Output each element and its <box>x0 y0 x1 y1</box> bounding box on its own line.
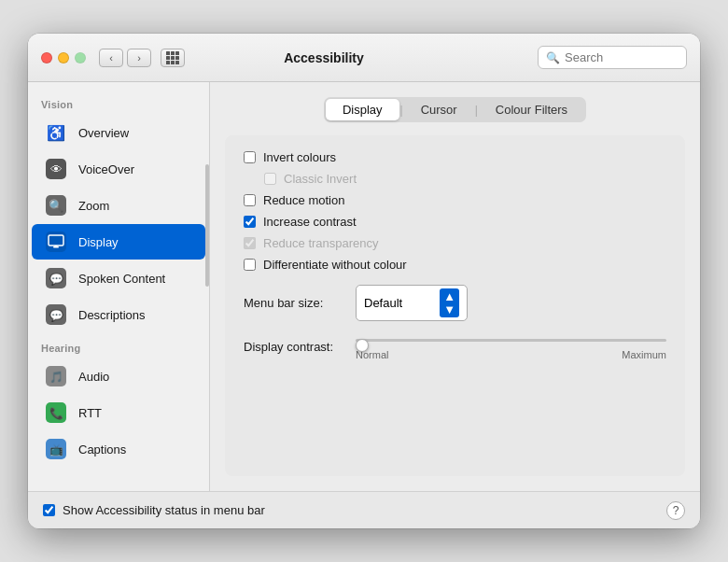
sidebar-item-label-spoken-content: Spoken Content <box>78 272 165 286</box>
display-contrast-slider-container: Normal Maximum <box>356 332 666 360</box>
maximize-button[interactable] <box>75 52 86 63</box>
svg-text:📞: 📞 <box>49 406 63 420</box>
menu-bar-size-value: Default <box>364 296 434 310</box>
sidebar-item-label-zoom: Zoom <box>78 199 109 213</box>
classic-invert-row: Classic Invert <box>264 172 666 186</box>
sidebar-item-spoken-content[interactable]: 💬 Spoken Content <box>32 260 205 296</box>
sidebar-item-captions[interactable]: 📺 Captions <box>32 431 205 467</box>
spoken-content-icon: 💬 <box>43 265 69 291</box>
tabs-container: Display | Cursor | Colour Filters <box>324 97 586 122</box>
select-arrows-icon: ▲ ▼ <box>440 288 459 317</box>
svg-text:🔍: 🔍 <box>49 198 64 214</box>
search-box[interactable]: 🔍 <box>538 46 687 69</box>
slider-line <box>356 339 666 342</box>
display-icon <box>43 229 69 255</box>
audio-icon: 🎵 <box>43 363 69 389</box>
help-button[interactable]: ? <box>666 501 685 520</box>
increase-contrast-label[interactable]: Increase contrast <box>263 215 357 229</box>
display-contrast-label: Display contrast: <box>244 340 346 354</box>
differentiate-without-colour-label[interactable]: Differentiate without colour <box>263 258 407 272</box>
svg-text:💬: 💬 <box>49 272 63 286</box>
svg-rect-7 <box>55 246 58 247</box>
select-down-arrow: ▼ <box>443 303 455 316</box>
search-icon: 🔍 <box>546 51 560 64</box>
tab-cursor[interactable]: Cursor <box>404 99 474 120</box>
rtt-icon: 📞 <box>43 400 69 426</box>
reduce-motion-label[interactable]: Reduce motion <box>263 193 344 207</box>
sidebar-item-overview[interactable]: ♿ Overview <box>32 115 205 150</box>
sidebar-item-display[interactable]: Display <box>32 224 205 260</box>
main-window: ‹ › Accessibility 🔍 Vision ♿ Overvie <box>28 34 700 528</box>
sidebar-item-zoom[interactable]: 🔍 Zoom <box>32 188 205 223</box>
sidebar-item-label-overview: Overview <box>78 126 129 140</box>
menu-bar-size-select[interactable]: Default ▲ ▼ <box>356 285 468 321</box>
content-panel: Display | Cursor | Colour Filters Invert… <box>210 82 700 491</box>
differentiate-without-colour-checkbox[interactable] <box>244 259 256 271</box>
sidebar-item-label-display: Display <box>78 235 119 249</box>
differentiate-without-colour-row: Differentiate without colour <box>244 258 666 272</box>
tab-separator-2: | <box>475 99 478 120</box>
hearing-section-label: Hearing <box>28 333 209 358</box>
svg-text:🎵: 🎵 <box>49 370 63 384</box>
increase-contrast-checkbox[interactable] <box>244 216 256 228</box>
select-up-arrow: ▲ <box>443 290 455 302</box>
traffic-lights <box>41 52 86 63</box>
window-title: Accessibility <box>119 50 528 65</box>
sidebar-scroll[interactable]: Vision ♿ Overview 👁 VoiceOver 🔍 Zoom <box>28 82 209 475</box>
tab-colour-filters[interactable]: Colour Filters <box>479 99 584 120</box>
slider-thumb[interactable] <box>356 339 369 352</box>
reduce-motion-checkbox[interactable] <box>244 194 256 206</box>
reduce-transparency-checkbox <box>244 237 256 249</box>
overview-icon: ♿ <box>43 119 69 146</box>
sidebar-item-label-descriptions: Descriptions <box>78 308 146 322</box>
tab-separator-1: | <box>400 99 403 120</box>
classic-invert-checkbox <box>264 173 276 185</box>
increase-contrast-row: Increase contrast <box>244 215 666 229</box>
descriptions-icon: 💬 <box>43 302 69 328</box>
slider-labels: Normal Maximum <box>356 349 666 360</box>
sidebar-item-label-rtt: RTT <box>78 406 102 420</box>
sidebar: Vision ♿ Overview 👁 VoiceOver 🔍 Zoom <box>28 82 210 491</box>
tabs-row: Display | Cursor | Colour Filters <box>225 97 685 122</box>
svg-text:📺: 📺 <box>49 443 63 457</box>
main-content: Vision ♿ Overview 👁 VoiceOver 🔍 Zoom <box>28 82 700 491</box>
sidebar-item-audio[interactable]: 🎵 Audio <box>32 358 205 394</box>
invert-colours-row: Invert colours <box>244 150 666 164</box>
slider-max-label: Maximum <box>622 349 666 360</box>
sidebar-item-descriptions[interactable]: 💬 Descriptions <box>32 297 205 332</box>
menu-bar-size-row: Menu bar size: Default ▲ ▼ <box>244 285 666 321</box>
sidebar-item-voiceover[interactable]: 👁 VoiceOver <box>32 151 205 187</box>
sidebar-scrollbar-thumb[interactable] <box>205 164 209 287</box>
search-input[interactable] <box>565 50 679 64</box>
invert-colours-checkbox[interactable] <box>244 151 256 163</box>
vision-section-label: Vision <box>28 90 209 114</box>
minimize-button[interactable] <box>58 52 69 63</box>
invert-colours-label[interactable]: Invert colours <box>263 150 336 164</box>
reduce-motion-row: Reduce motion <box>244 193 666 207</box>
voiceover-icon: 👁 <box>43 156 69 182</box>
bottom-bar: Show Accessibility status in menu bar ? <box>28 491 700 528</box>
captions-icon: 📺 <box>43 436 69 462</box>
reduce-transparency-row: Reduce transparency <box>244 236 666 250</box>
menu-bar-size-label: Menu bar size: <box>244 296 346 310</box>
sidebar-item-label-voiceover: VoiceOver <box>78 162 134 176</box>
slider-track[interactable] <box>356 332 666 347</box>
sidebar-item-rtt[interactable]: 📞 RTT <box>32 395 205 430</box>
classic-invert-label: Classic Invert <box>284 172 357 186</box>
accessibility-status-checkbox[interactable] <box>43 504 55 516</box>
sidebar-item-label-captions: Captions <box>78 443 126 457</box>
sidebar-item-label-audio: Audio <box>78 370 109 384</box>
display-contrast-row: Display contrast: Normal Maximum <box>244 332 666 360</box>
svg-text:💬: 💬 <box>49 308 63 322</box>
svg-text:👁: 👁 <box>50 162 63 176</box>
titlebar: ‹ › Accessibility 🔍 <box>28 34 700 82</box>
accessibility-status-label[interactable]: Show Accessibility status in menu bar <box>63 503 659 517</box>
tab-display[interactable]: Display <box>326 99 399 120</box>
settings-panel: Invert colours Classic Invert Reduce mot… <box>225 135 685 476</box>
zoom-icon: 🔍 <box>43 192 69 218</box>
close-button[interactable] <box>41 52 52 63</box>
reduce-transparency-label: Reduce transparency <box>263 236 379 250</box>
